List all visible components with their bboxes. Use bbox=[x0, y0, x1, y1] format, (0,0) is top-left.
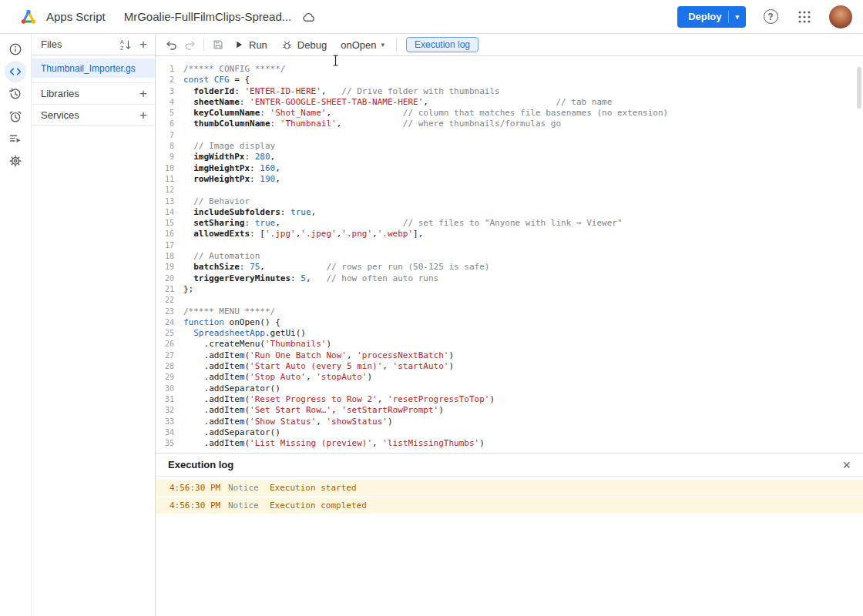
line-number[interactable]: 7 bbox=[156, 130, 174, 141]
undo-button[interactable] bbox=[162, 35, 180, 54]
sidebar-item-overview[interactable] bbox=[5, 38, 26, 60]
run-button[interactable]: Run bbox=[227, 35, 274, 55]
code-line[interactable] bbox=[183, 185, 863, 196]
code-line[interactable]: .addSeparator() bbox=[183, 383, 863, 394]
file-item[interactable]: Thumbnail_Importer.gs bbox=[32, 59, 155, 78]
save-button[interactable] bbox=[209, 35, 227, 54]
code-line[interactable]: includeSubfolders: true, bbox=[183, 207, 863, 218]
line-number[interactable]: 28 bbox=[156, 361, 174, 372]
line-number[interactable]: 27 bbox=[156, 350, 174, 361]
code-line[interactable]: /***** MENU *****/ bbox=[183, 306, 863, 317]
code-line[interactable]: const CFG = { bbox=[183, 75, 863, 85]
code-line[interactable]: allowedExts: ['.jpg','.jpeg','.png','.we… bbox=[183, 229, 863, 239]
line-number[interactable]: 9 bbox=[156, 152, 174, 162]
apps-script-logo[interactable] bbox=[18, 8, 39, 26]
line-number[interactable]: 30 bbox=[156, 383, 174, 394]
code-line[interactable]: .addItem('Start Auto (every 5 min)', 'st… bbox=[183, 361, 863, 372]
function-select[interactable]: onOpen ▾ bbox=[334, 35, 391, 55]
code-line[interactable]: .addItem('Show Status', 'showStatus') bbox=[183, 417, 863, 427]
code-line[interactable]: }; bbox=[183, 284, 863, 295]
line-number[interactable]: 19 bbox=[156, 262, 174, 273]
line-number[interactable]: 10 bbox=[156, 163, 174, 174]
line-number[interactable]: 23 bbox=[156, 306, 174, 317]
line-number[interactable]: 29 bbox=[156, 372, 174, 383]
code-line[interactable]: folderId: 'ENTER-ID-HERE', // Drive fold… bbox=[183, 86, 863, 97]
add-library-button[interactable]: + bbox=[138, 87, 149, 100]
code-line[interactable]: keyColumnName: 'Shot_Name', // column th… bbox=[183, 108, 863, 119]
line-number[interactable]: 13 bbox=[156, 196, 174, 207]
code-line[interactable]: imgHeightPx: 160, bbox=[183, 163, 863, 174]
add-service-button[interactable]: + bbox=[138, 109, 149, 122]
sidebar-item-executions[interactable] bbox=[5, 128, 26, 149]
code-line[interactable]: .addSeparator() bbox=[183, 427, 863, 438]
code-line[interactable]: SpreadsheetApp.getUi() bbox=[183, 328, 863, 339]
project-title[interactable]: MrGoalie-FullFilmClips-Spread... bbox=[124, 10, 292, 23]
apps-grid-button[interactable] bbox=[795, 8, 814, 26]
code-line[interactable] bbox=[183, 130, 863, 141]
line-number[interactable]: 20 bbox=[156, 273, 174, 284]
line-number[interactable]: 26 bbox=[156, 339, 174, 350]
line-number[interactable]: 16 bbox=[156, 229, 174, 239]
code-line[interactable]: function onOpen() { bbox=[183, 317, 863, 328]
line-number[interactable]: 5 bbox=[156, 108, 174, 119]
line-number[interactable]: 21 bbox=[156, 284, 174, 295]
add-file-button[interactable]: + bbox=[138, 38, 149, 51]
sidebar-item-history[interactable] bbox=[5, 83, 26, 105]
line-number[interactable]: 2 bbox=[156, 75, 174, 85]
line-number[interactable]: 31 bbox=[156, 394, 174, 405]
code-line[interactable]: .addItem('Set Start Row…', 'setStartRowP… bbox=[183, 405, 863, 416]
line-number[interactable]: 35 bbox=[156, 438, 174, 449]
code-line[interactable]: setSharing: true, // set files to "Anyon… bbox=[183, 218, 863, 229]
deploy-caret[interactable]: ▾ bbox=[728, 11, 746, 23]
line-number[interactable]: 4 bbox=[156, 97, 174, 108]
line-number[interactable]: 22 bbox=[156, 295, 174, 306]
line-number[interactable]: 3 bbox=[156, 86, 174, 97]
line-number[interactable]: 6 bbox=[156, 119, 174, 129]
line-number[interactable]: 15 bbox=[156, 218, 174, 229]
sidebar-item-editor[interactable] bbox=[5, 61, 26, 82]
line-number[interactable]: 17 bbox=[156, 240, 174, 251]
help-button[interactable]: ? bbox=[761, 8, 780, 26]
code-lines[interactable]: /***** CONFIG *****/const CFG = { folder… bbox=[183, 64, 863, 449]
line-number[interactable]: 1 bbox=[156, 64, 174, 75]
line-number[interactable]: 11 bbox=[156, 174, 174, 185]
code-line[interactable]: rowHeightPx: 190, bbox=[183, 174, 863, 185]
line-number[interactable]: 12 bbox=[156, 185, 174, 196]
code-line[interactable]: .addItem('Stop Auto', 'stopAuto') bbox=[183, 372, 863, 383]
debug-button[interactable]: Debug bbox=[274, 35, 334, 55]
line-number[interactable]: 34 bbox=[156, 427, 174, 438]
line-number[interactable]: 32 bbox=[156, 405, 174, 416]
code-line[interactable]: // Behavior bbox=[183, 196, 863, 207]
code-line[interactable]: // Automation bbox=[183, 251, 863, 262]
code-line[interactable]: batchSize: 75, // rows per run (50-125 i… bbox=[183, 262, 863, 273]
code-editor[interactable]: 1234567891011121314151617181920212223242… bbox=[156, 56, 863, 453]
code-line[interactable] bbox=[183, 240, 863, 251]
editor-scrollbar[interactable] bbox=[857, 67, 861, 109]
code-line[interactable]: triggerEveryMinutes: 5, // how often aut… bbox=[183, 273, 863, 284]
deploy-button[interactable]: Deploy ▾ bbox=[677, 6, 746, 28]
line-number[interactable]: 14 bbox=[156, 207, 174, 218]
sidebar-item-triggers[interactable] bbox=[5, 105, 26, 127]
line-number-gutter[interactable]: 1234567891011121314151617181920212223242… bbox=[156, 64, 182, 449]
avatar[interactable] bbox=[829, 5, 852, 28]
sidebar-item-settings[interactable] bbox=[5, 150, 26, 172]
code-line[interactable]: .addItem('Run One Batch Now', 'processNe… bbox=[183, 350, 863, 361]
code-line[interactable]: imgWidthPx: 280, bbox=[183, 152, 863, 162]
code-line[interactable]: .createMenu('Thumbnails') bbox=[183, 339, 863, 350]
code-line[interactable] bbox=[183, 295, 863, 306]
code-line[interactable]: .addItem('List Missing (preview)', 'list… bbox=[183, 438, 863, 449]
close-button[interactable]: × bbox=[842, 458, 851, 472]
line-number[interactable]: 33 bbox=[156, 417, 174, 427]
line-number[interactable]: 8 bbox=[156, 141, 174, 152]
redo-button[interactable] bbox=[180, 35, 199, 54]
execution-log-button[interactable]: Execution log bbox=[406, 37, 479, 52]
code-line[interactable]: // Image display bbox=[183, 141, 863, 152]
code-line[interactable]: /***** CONFIG *****/ bbox=[183, 64, 863, 75]
sort-files-button[interactable]: A Z bbox=[119, 38, 132, 51]
line-number[interactable]: 25 bbox=[156, 328, 174, 339]
code-line[interactable]: thumbColumnName: 'Thumbnail', // where t… bbox=[183, 119, 863, 129]
line-number[interactable]: 18 bbox=[156, 251, 174, 262]
code-line[interactable]: .addItem('Reset Progress to Row 2', 'res… bbox=[183, 394, 863, 405]
code-line[interactable]: sheetName: 'ENTER-GOOGLE-SHEET-TAB-NAME-… bbox=[183, 97, 863, 108]
line-number[interactable]: 24 bbox=[156, 317, 174, 328]
